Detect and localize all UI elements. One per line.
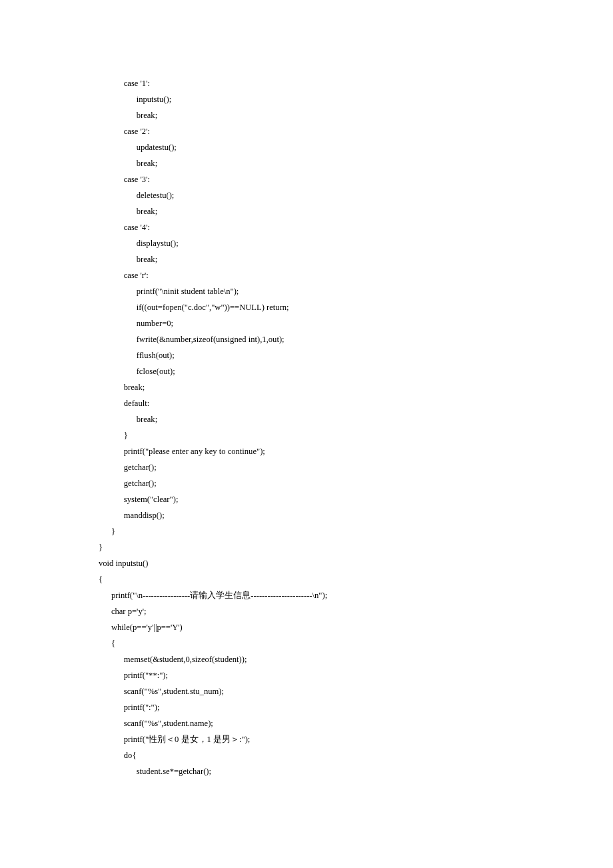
- code-block: case '1': inputstu(); break; case '2': u…: [99, 75, 613, 779]
- code-page: case '1': inputstu(); break; case '2': u…: [0, 0, 613, 868]
